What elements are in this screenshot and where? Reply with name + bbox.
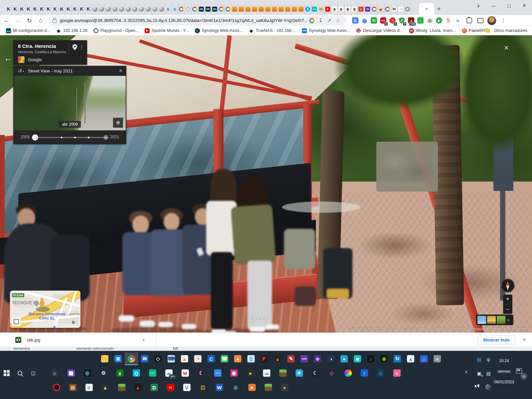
tab-hz[interactable]: HZ xyxy=(318,3,325,15)
taskbar-red-pen-app[interactable]: ✎ xyxy=(284,352,298,365)
lastpass-extension-icon[interactable]: ▪>1k xyxy=(407,16,415,25)
imagery-thumb-green[interactable] xyxy=(497,316,505,324)
taskbar-teal-cube[interactable]: ■ xyxy=(351,352,364,365)
taskbar-microsoft-store[interactable]: ≣ xyxy=(111,352,125,365)
tab-google-g[interactable] xyxy=(192,3,198,15)
taskbar-atom-teal[interactable]: ◎ xyxy=(227,381,244,394)
footer-link[interactable]: Notificar un problema xyxy=(493,327,527,331)
avast-shield-extension-icon[interactable]: ✓2 xyxy=(397,16,406,25)
tab-logitech[interactable]: log xyxy=(311,3,318,15)
video-downloader-extension-icon[interactable]: ↓ xyxy=(416,16,425,25)
download-chevron-icon[interactable]: ∧ xyxy=(142,337,145,342)
taskbar-contacts[interactable]: ☺ xyxy=(47,367,63,379)
footer-link[interactable]: Términos xyxy=(451,327,465,331)
slider-track[interactable] xyxy=(33,137,107,138)
tab-letter-k[interactable]: K xyxy=(72,3,78,15)
card-kebab-menu[interactable]: ⋮ xyxy=(79,45,84,51)
pegman-body[interactable] xyxy=(40,301,44,307)
map-marker-gray[interactable] xyxy=(71,320,76,325)
tab-letter-k[interactable]: K xyxy=(5,3,12,15)
bookmark-item[interactable]: Descargar Videos d... xyxy=(356,28,403,33)
taskbar-flame-app[interactable]: ▲ xyxy=(271,352,284,365)
tab-orange-box[interactable] xyxy=(271,3,278,15)
adblock-plus-extension-icon[interactable]: ABP1 xyxy=(379,16,387,25)
globe-extension-icon[interactable]: ◉ xyxy=(360,16,369,25)
tab-gray-globe[interactable] xyxy=(98,3,105,15)
compass[interactable]: ‹ › xyxy=(501,279,515,293)
taskbar-xbox-game[interactable]: x xyxy=(112,367,128,379)
tab-letter-k[interactable]: K xyxy=(78,3,85,15)
new-tab-button[interactable]: + xyxy=(434,3,444,15)
taskbar-downloader-blue[interactable]: ↓ xyxy=(417,352,431,365)
taskbar-green-d-app[interactable]: D xyxy=(146,381,162,394)
google-logo-icon[interactable] xyxy=(308,18,316,23)
tab-letter-k[interactable]: K xyxy=(65,3,72,15)
taskbar-v-blue-app[interactable]: V xyxy=(179,381,195,394)
taskbar-your-phone[interactable]: ▯ xyxy=(244,352,258,365)
task-view-button[interactable]: ◫ xyxy=(27,367,40,379)
install-app-icon[interactable]: ↧ xyxy=(316,18,325,24)
wifi-waves-extension-icon[interactable]: » xyxy=(453,16,462,25)
taskbar-opera[interactable] xyxy=(48,381,65,394)
volume-tray-icon[interactable]: ) xyxy=(475,384,476,390)
tab-skype[interactable]: S xyxy=(305,3,311,15)
profile-avatar[interactable] xyxy=(487,16,496,25)
tab-orange-box[interactable] xyxy=(251,3,258,15)
taskbar-flame-red[interactable]: ▲ xyxy=(130,381,146,394)
map-pin-icon[interactable] xyxy=(72,44,77,52)
bookmark-item[interactable]: ◆192.168.1.26 xyxy=(56,28,87,33)
pegman-head[interactable] xyxy=(41,298,44,301)
bookmark-item[interactable]: ◆TrueNAS - 192.168.... xyxy=(249,28,296,33)
active-tab[interactable]: × xyxy=(419,3,434,15)
minimap[interactable]: R-1104 TECNOVE S.L Quesera Herenciana Co… xyxy=(10,291,80,328)
taskbar-grass-2[interactable] xyxy=(260,381,276,394)
taskbar-messenger-blue[interactable]: ⋯ xyxy=(209,367,226,379)
extensions-puzzle-icon[interactable] xyxy=(465,16,474,25)
rotate-left-arrow[interactable]: ‹ xyxy=(501,283,502,287)
taskbar-media-clapper[interactable]: ◫ xyxy=(195,381,211,394)
tab-maps-arrow[interactable]: ▶ xyxy=(378,3,384,15)
taskbar-dark-moon[interactable]: ☾ xyxy=(307,367,324,379)
slider-year-dot[interactable] xyxy=(61,137,63,138)
tab-amazon[interactable]: a xyxy=(351,3,358,15)
taskbar-grid-purple[interactable]: ▦ xyxy=(63,367,79,379)
tab-gray-globe[interactable] xyxy=(145,3,152,15)
tab-google-g[interactable] xyxy=(384,3,391,15)
taskbar-update-blue[interactable]: ↑ xyxy=(356,367,372,379)
bookmark-item[interactable]: Playground - Open... xyxy=(93,28,139,33)
bookmark-item[interactable]: DSMSynology Web Assis... xyxy=(302,28,350,33)
taskbar-whatsapp[interactable]: ☎ xyxy=(218,352,231,365)
taskbar-dark-audio[interactable]: ♪ xyxy=(364,352,377,365)
other-bookmarks-label[interactable]: Otros marcadores xyxy=(494,28,527,33)
tab-amazon[interactable]: a xyxy=(338,3,344,15)
tab-google-g[interactable] xyxy=(178,3,185,15)
tab-close-icon[interactable]: × xyxy=(425,6,428,12)
show-all-downloads-button[interactable]: Mostrar todo xyxy=(478,335,515,345)
split-tab-icon[interactable] xyxy=(476,16,485,25)
taskbar-color-wheel[interactable] xyxy=(340,367,356,379)
taskbar-pink-ball[interactable]: ● xyxy=(389,367,405,379)
url-text[interactable]: google.es/maps/@39.3695704,-3.3522095,3a… xyxy=(60,18,308,23)
taskbar-telegram[interactable]: ✈ xyxy=(291,367,307,379)
taskbar-clock-widget[interactable]: ◑ xyxy=(324,352,337,365)
tab-orange-box[interactable] xyxy=(258,3,265,15)
expand-map-icon[interactable] xyxy=(12,317,21,326)
taskbar-sync-blue[interactable]: ↻ xyxy=(391,352,404,365)
taskbar-calendar[interactable]: C xyxy=(204,352,218,365)
bookmark-item[interactable]: QSynology Web Assis... xyxy=(195,28,243,33)
tab-ta-purple[interactable]: TA xyxy=(364,3,371,15)
tab-orange-box[interactable] xyxy=(298,3,305,15)
taskbar-people-pair[interactable]: ☺ xyxy=(372,367,389,379)
taskbar-idea-bulb[interactable]: ● xyxy=(242,367,258,379)
taskbar-green-chat[interactable]: ⋯ xyxy=(144,367,161,379)
screen-share-tray-icon[interactable]: ▣ xyxy=(475,370,483,377)
bookmarks-overflow-chevron[interactable]: » xyxy=(472,28,475,33)
tab-orange-box[interactable] xyxy=(285,3,291,15)
google-translate-extension-icon[interactable]: G xyxy=(351,16,359,25)
tab-tve[interactable]: tve xyxy=(398,3,404,15)
time-tracker-extension-icon[interactable]: ◔1 xyxy=(388,16,397,25)
taskbar-camera-pink[interactable]: ◉ xyxy=(226,367,242,379)
tab-letter-k[interactable]: K xyxy=(85,3,92,15)
tab-youtube[interactable]: ▶ xyxy=(325,3,331,15)
bookmark-item[interactable]: ▬Mi configuración d... xyxy=(6,28,50,33)
